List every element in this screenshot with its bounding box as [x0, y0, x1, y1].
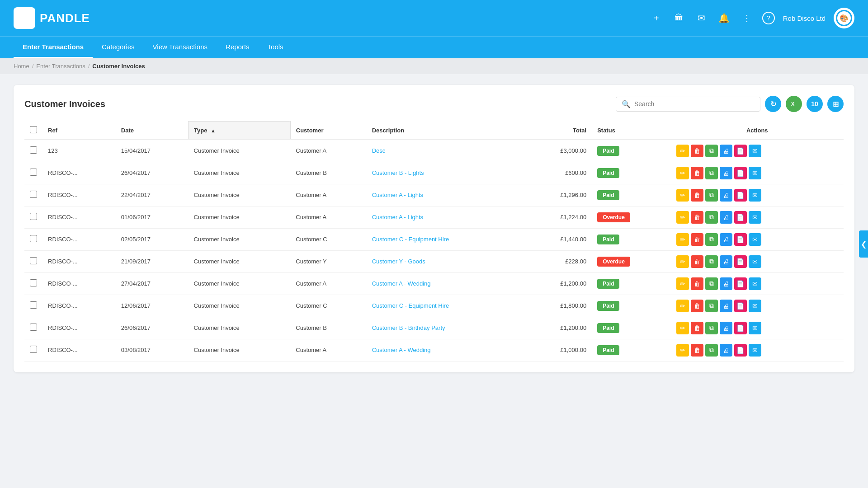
print-button[interactable]: 🖨: [720, 300, 732, 312]
refresh-button[interactable]: ↻: [765, 96, 781, 112]
col-type[interactable]: Type ▲: [189, 122, 291, 140]
row-checkbox[interactable]: [30, 301, 37, 309]
row-checkbox[interactable]: [30, 169, 37, 176]
description-link[interactable]: Customer A - Lights: [372, 214, 423, 221]
description-link[interactable]: Customer C - Equipment Hire: [372, 302, 449, 309]
print-button[interactable]: 🖨: [720, 233, 732, 246]
edit-button[interactable]: ✏: [676, 167, 689, 179]
row-checkbox[interactable]: [30, 346, 37, 353]
avatar-button[interactable]: 🎨: [834, 8, 854, 28]
print-button[interactable]: 🖨: [720, 277, 732, 290]
email-button[interactable]: ✉: [749, 211, 761, 224]
nav-view-transactions[interactable]: View Transactions: [144, 37, 217, 58]
email-button[interactable]: ✉: [749, 300, 761, 312]
bank-icon[interactable]: 🏛: [672, 11, 686, 25]
copy-button[interactable]: ⧉: [705, 322, 718, 334]
delete-button[interactable]: 🗑: [691, 189, 703, 202]
delete-button[interactable]: 🗑: [691, 167, 703, 179]
print-button[interactable]: 🖨: [720, 322, 732, 334]
select-all-checkbox[interactable]: [30, 126, 37, 133]
print-button[interactable]: 🖨: [720, 189, 732, 202]
copy-button[interactable]: ⧉: [705, 233, 718, 246]
description-link[interactable]: Customer A - Lights: [372, 192, 423, 198]
nav-categories[interactable]: Categories: [93, 37, 144, 58]
row-checkbox[interactable]: [30, 324, 37, 331]
help-icon[interactable]: ?: [762, 12, 775, 24]
pdf-button[interactable]: 📄: [734, 277, 747, 290]
email-button[interactable]: ✉: [749, 322, 761, 334]
right-panel-handle[interactable]: ❮: [859, 230, 868, 258]
pdf-button[interactable]: 📄: [734, 167, 747, 179]
mail-icon[interactable]: ✉: [694, 11, 709, 25]
bell-icon[interactable]: 🔔: [717, 11, 731, 25]
nav-enter-transactions[interactable]: Enter Transactions: [14, 37, 93, 58]
pdf-button[interactable]: 📄: [734, 233, 747, 246]
edit-button[interactable]: ✏: [676, 145, 689, 157]
email-button[interactable]: ✉: [749, 344, 761, 357]
row-checkbox[interactable]: [30, 235, 37, 242]
email-button[interactable]: ✉: [749, 145, 761, 157]
grid-button[interactable]: ⊞: [827, 96, 844, 112]
print-button[interactable]: 🖨: [720, 211, 732, 224]
nav-tools[interactable]: Tools: [259, 37, 292, 58]
copy-button[interactable]: ⧉: [705, 211, 718, 224]
print-button[interactable]: 🖨: [720, 145, 732, 157]
edit-button[interactable]: ✏: [676, 189, 689, 202]
pdf-button[interactable]: 📄: [734, 255, 747, 268]
description-link[interactable]: Customer A - Wedding: [372, 280, 431, 287]
email-button[interactable]: ✉: [749, 255, 761, 268]
email-button[interactable]: ✉: [749, 167, 761, 179]
delete-button[interactable]: 🗑: [691, 277, 703, 290]
description-link[interactable]: Customer C - Equipment Hire: [372, 236, 449, 243]
delete-button[interactable]: 🗑: [691, 233, 703, 246]
row-checkbox[interactable]: [30, 257, 37, 264]
edit-button[interactable]: ✏: [676, 211, 689, 224]
row-checkbox[interactable]: [30, 213, 37, 220]
edit-button[interactable]: ✏: [676, 255, 689, 268]
print-button[interactable]: 🖨: [720, 167, 732, 179]
copy-button[interactable]: ⧉: [705, 300, 718, 312]
edit-button[interactable]: ✏: [676, 322, 689, 334]
copy-button[interactable]: ⧉: [705, 277, 718, 290]
search-input[interactable]: [634, 100, 755, 108]
more-icon[interactable]: ⋮: [740, 11, 754, 25]
delete-button[interactable]: 🗑: [691, 344, 703, 357]
pdf-button[interactable]: 📄: [734, 300, 747, 312]
row-checkbox[interactable]: [30, 146, 37, 154]
copy-button[interactable]: ⧉: [705, 255, 718, 268]
delete-button[interactable]: 🗑: [691, 211, 703, 224]
print-button[interactable]: 🖨: [720, 344, 732, 357]
description-link[interactable]: Desc: [372, 147, 386, 154]
copy-button[interactable]: ⧉: [705, 344, 718, 357]
delete-button[interactable]: 🗑: [691, 322, 703, 334]
email-button[interactable]: ✉: [749, 233, 761, 246]
copy-button[interactable]: ⧉: [705, 145, 718, 157]
delete-button[interactable]: 🗑: [691, 145, 703, 157]
copy-button[interactable]: ⧉: [705, 189, 718, 202]
edit-button[interactable]: ✏: [676, 300, 689, 312]
copy-button[interactable]: ⧉: [705, 167, 718, 179]
breadcrumb-parent[interactable]: Enter Transactions: [36, 63, 85, 70]
description-link[interactable]: Customer B - Lights: [372, 169, 424, 176]
edit-button[interactable]: ✏: [676, 233, 689, 246]
pdf-button[interactable]: 📄: [734, 145, 747, 157]
pdf-button[interactable]: 📄: [734, 322, 747, 334]
pdf-button[interactable]: 📄: [734, 211, 747, 224]
pdf-button[interactable]: 📄: [734, 344, 747, 357]
email-button[interactable]: ✉: [749, 277, 761, 290]
add-icon[interactable]: +: [649, 11, 664, 25]
excel-button[interactable]: X: [786, 96, 802, 112]
edit-button[interactable]: ✏: [676, 277, 689, 290]
description-link[interactable]: Customer A - Wedding: [372, 347, 431, 353]
description-link[interactable]: Customer B - Birthday Party: [372, 324, 445, 331]
count-button[interactable]: 10: [807, 96, 823, 112]
row-checkbox[interactable]: [30, 191, 37, 198]
delete-button[interactable]: 🗑: [691, 255, 703, 268]
breadcrumb-home[interactable]: Home: [14, 63, 29, 70]
pdf-button[interactable]: 📄: [734, 189, 747, 202]
delete-button[interactable]: 🗑: [691, 300, 703, 312]
description-link[interactable]: Customer Y - Goods: [372, 258, 425, 265]
nav-reports[interactable]: Reports: [217, 37, 259, 58]
edit-button[interactable]: ✏: [676, 344, 689, 357]
row-checkbox[interactable]: [30, 279, 37, 286]
